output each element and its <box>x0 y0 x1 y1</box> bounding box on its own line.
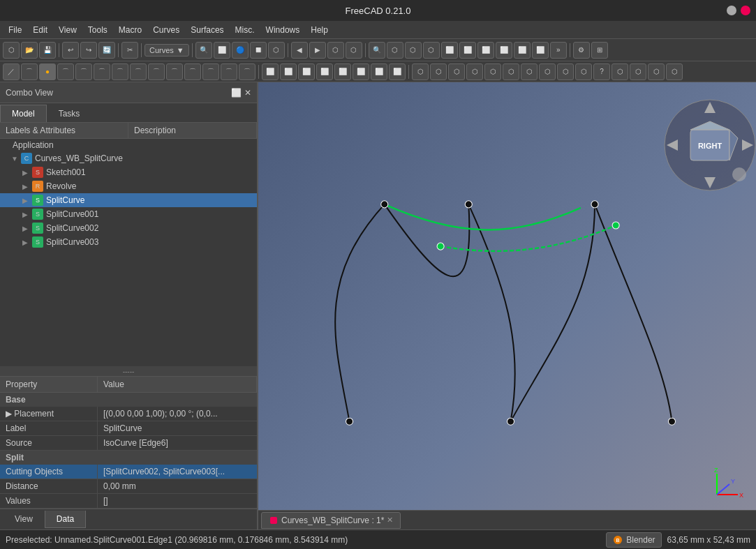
menu-misc[interactable]: Misc. <box>230 23 260 37</box>
tb-grid[interactable]: ⊞ <box>591 42 608 59</box>
prop-source[interactable]: Source IsoCurve [Edge6] <box>0 436 257 451</box>
tree-splitcurve002[interactable]: ▶ S SplitCurve002 <box>0 221 257 235</box>
tree-revolve[interactable]: ▶ R Revolve <box>0 179 257 193</box>
tb-surf8[interactable]: ⬜ <box>389 63 406 80</box>
close-combo-button[interactable]: ✕ <box>244 88 251 98</box>
tb-misc2[interactable]: ⬡ <box>430 63 447 80</box>
tb-help4[interactable]: ⬡ <box>648 63 665 80</box>
menu-surfaces[interactable]: Surfaces <box>185 23 229 37</box>
tb-redo[interactable]: ↪ <box>80 42 97 59</box>
doc-tab-close-button[interactable]: ✕ <box>387 516 393 525</box>
tb-help2[interactable]: ⬡ <box>612 63 628 80</box>
tree-root-item[interactable]: ▼ C Curves_WB_SplitCurve <box>0 151 257 165</box>
tab-tasks[interactable]: Tasks <box>47 105 92 122</box>
tb-nav3[interactable]: ⬡ <box>327 42 344 59</box>
tb-cube1[interactable]: ⬜ <box>441 42 458 59</box>
tb-cut[interactable]: ✂ <box>121 42 138 59</box>
tb-view5[interactable]: ⬡ <box>268 42 285 59</box>
tb-misc5[interactable]: ⬡ <box>484 63 501 80</box>
tb-surf4[interactable]: ⬜ <box>316 63 333 80</box>
close-button[interactable] <box>741 6 750 15</box>
menu-macro[interactable]: Macro <box>113 23 147 37</box>
tb-view2[interactable]: ⬜ <box>214 42 230 59</box>
prop-values[interactable]: Values [] <box>0 494 257 509</box>
tb-nav1[interactable]: ◀ <box>291 42 308 59</box>
tb-help5[interactable]: ⬡ <box>666 63 683 80</box>
tb-surf6[interactable]: ⬜ <box>353 63 369 80</box>
tb-misc9[interactable]: ⬡ <box>557 63 574 80</box>
tb-misc7[interactable]: ⬡ <box>521 63 538 80</box>
menu-windows[interactable]: Windows <box>260 23 306 37</box>
tb-cube4[interactable]: ⬜ <box>496 42 512 59</box>
tb-curve7[interactable]: ⌒ <box>112 63 128 80</box>
tb-view4[interactable]: 🔲 <box>250 42 267 59</box>
tb-curve9[interactable]: ⌒ <box>148 63 165 80</box>
tb-misc8[interactable]: ⬡ <box>539 63 556 80</box>
tree-sketch001[interactable]: ▶ S Sketch001 <box>0 165 257 179</box>
tb-refresh[interactable]: 🔄 <box>98 42 115 59</box>
prop-distance[interactable]: Distance 0,00 mm <box>0 479 257 494</box>
tb-misc6[interactable]: ⬡ <box>503 63 519 80</box>
expand-button[interactable]: ⬜ <box>231 88 242 98</box>
tb-nav2[interactable]: ▶ <box>309 42 326 59</box>
menu-file[interactable]: File <box>3 23 27 37</box>
tb-save[interactable]: 💾 <box>39 42 56 59</box>
tb-cube6[interactable]: ⬜ <box>532 42 549 59</box>
tb-surf5[interactable]: ⬜ <box>334 63 351 80</box>
tb-undo[interactable]: ↩ <box>62 42 79 59</box>
tree-splitcurve003[interactable]: ▶ S SplitCurve003 <box>0 235 257 249</box>
workbench-dropdown[interactable]: Curves ▼ <box>144 44 189 57</box>
tb-zoom3[interactable]: ⬡ <box>405 42 422 59</box>
tb-curve2[interactable]: ⌒ <box>21 63 38 80</box>
tb-curve4[interactable]: ⌒ <box>57 63 74 80</box>
tb-more[interactable]: » <box>550 42 567 59</box>
tb-curve14[interactable]: ⌒ <box>239 63 255 80</box>
tb-surf2[interactable]: ⬜ <box>280 63 297 80</box>
tb-view3[interactable]: 🔵 <box>232 42 249 59</box>
tb-misc4[interactable]: ⬡ <box>466 63 483 80</box>
tb-curve6[interactable]: ⌒ <box>94 63 110 80</box>
nav-cube[interactable]: RIGHT <box>661 96 745 180</box>
tb-curve12[interactable]: ⌒ <box>202 63 219 80</box>
doc-tab[interactable]: Curves_WB_SplitCurve : 1* ✕ <box>261 512 401 529</box>
prop-cutting-objects[interactable]: Cutting Objects [SplitCurve002, SplitCur… <box>0 465 257 479</box>
panel-splitter[interactable]: ----- <box>0 366 257 376</box>
tb-open[interactable]: 📂 <box>21 42 38 59</box>
tb-zoom2[interactable]: ⬡ <box>387 42 403 59</box>
tb-zoom1[interactable]: 🔍 <box>369 42 385 59</box>
minimize-button[interactable] <box>727 6 736 15</box>
tb-surf1[interactable]: ⬜ <box>262 63 279 80</box>
tree-splitcurve[interactable]: ▶ S SplitCurve <box>0 193 257 207</box>
menu-view[interactable]: View <box>53 23 82 37</box>
tb-curve10[interactable]: ⌒ <box>166 63 183 80</box>
tb-help1[interactable]: ? <box>593 63 610 80</box>
menu-edit[interactable]: Edit <box>27 23 53 37</box>
tb-nav4[interactable]: ⬡ <box>346 42 362 59</box>
btab-view[interactable]: View <box>3 511 45 528</box>
tb-help3[interactable]: ⬡ <box>630 63 646 80</box>
tb-misc1[interactable]: ⬡ <box>412 63 429 80</box>
tree-splitcurve001[interactable]: ▶ S SplitCurve001 <box>0 207 257 221</box>
tb-curve8[interactable]: ⌒ <box>130 63 147 80</box>
menu-tools[interactable]: Tools <box>82 23 113 37</box>
tb-cube2[interactable]: ⬜ <box>459 42 476 59</box>
prop-label[interactable]: Label SplitCurve <box>0 421 257 436</box>
btab-data[interactable]: Data <box>45 511 86 528</box>
tb-cube5[interactable]: ⬜ <box>514 42 531 59</box>
tb-misc10[interactable]: ⬡ <box>575 63 592 80</box>
tb-view1[interactable]: 🔍 <box>195 42 212 59</box>
blender-button[interactable]: B Blender <box>606 532 661 548</box>
tb-settings[interactable]: ⚙ <box>573 42 590 59</box>
tb-surf7[interactable]: ⬜ <box>371 63 387 80</box>
tab-model[interactable]: Model <box>0 105 47 122</box>
tb-misc3[interactable]: ⬡ <box>448 63 465 80</box>
menu-help[interactable]: Help <box>305 23 334 37</box>
tb-curve1[interactable]: ／ <box>3 63 20 80</box>
tb-cube3[interactable]: ⬜ <box>477 42 494 59</box>
tb-curve5[interactable]: ⌒ <box>75 63 92 80</box>
tb-new[interactable]: ⬡ <box>3 42 20 59</box>
tb-curve11[interactable]: ⌒ <box>184 63 201 80</box>
tb-surf3[interactable]: ⬜ <box>298 63 315 80</box>
tb-curve13[interactable]: ⌒ <box>221 63 237 80</box>
tb-zoom4[interactable]: ⬡ <box>423 42 440 59</box>
